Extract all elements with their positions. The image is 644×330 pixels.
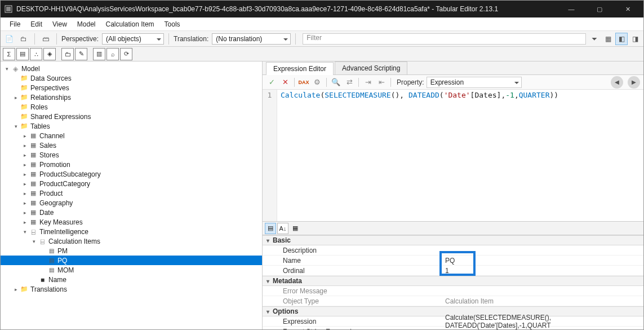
toggle-hidden-icon[interactable]: ▦ [602,33,614,45]
toggle-icon[interactable] [21,228,29,236]
tree-node-table[interactable]: ProductSubcategory [1,169,262,179]
tree-node-table-timeintelligence[interactable]: TimeIntelligence [1,227,262,236]
toggle-icon[interactable] [21,161,29,169]
tree-node-table[interactable]: Channel [1,131,262,140]
tree-node-table[interactable]: Geography [1,198,262,208]
toggle-icon[interactable] [21,199,29,207]
property-pages-icon[interactable]: ▦ [290,223,301,234]
prop-row-expression[interactable]: Expression Calculate(SELECTEDMEASURE(), … [263,316,643,327]
toggle-icon[interactable] [21,151,29,159]
accept-icon[interactable]: ✓ [266,77,277,88]
nav-back-icon[interactable]: ◄ [611,76,623,89]
tree-node-data-sources[interactable]: Data Sources [1,73,262,83]
cancel-icon[interactable]: ✕ [279,77,291,88]
hierarchies-icon[interactable]: ⛬ [30,48,42,60]
tree-node-table[interactable]: Stores [1,150,262,160]
replace-icon[interactable]: ⇄ [344,77,355,88]
toggle-icon[interactable] [21,218,29,226]
refresh-icon[interactable]: ⟳ [120,48,132,60]
toggle-icon[interactable] [21,209,29,217]
tree-node-shared-expressions[interactable]: Shared Expressions [1,112,262,121]
prop-value[interactable]: PQ [442,257,643,265]
open-button[interactable]: 🗀 [17,33,30,45]
display-folders-icon[interactable]: 🗀 [61,48,74,60]
filter2-icon[interactable]: ⌕ [106,48,119,60]
sort-icon[interactable]: ▥ [93,48,105,60]
tree-node-calc-item-pq[interactable]: PQ [1,256,262,265]
deploy-button[interactable]: 🗃 [39,33,52,45]
categorized-view-icon[interactable]: ▤ [265,223,276,234]
indent-icon[interactable]: ⇥ [362,77,374,88]
toggle-icon[interactable] [21,132,29,140]
tree-node-calc-item-mom[interactable]: MOM [1,265,262,275]
tab-expression-editor[interactable]: Expression Editor [266,62,334,75]
partitions-icon[interactable]: ◈ [43,48,56,60]
chevron-down-icon[interactable]: ▾ [263,237,273,244]
menu-file[interactable]: File [5,19,25,29]
tree-node-calculation-items[interactable]: Calculation Items [1,236,262,246]
menu-calculation-item[interactable]: Calculation Item [101,19,159,29]
toggle-panel-icon[interactable]: ◧ [615,33,628,45]
prop-value[interactable]: 1 [442,267,643,275]
tree-node-table[interactable]: Sales [1,140,262,150]
tree-node-model[interactable]: Model [1,64,262,73]
columns-icon[interactable]: ▤ [16,48,29,60]
find-icon[interactable]: 🔍 [330,77,341,88]
tree-node-name-column[interactable]: Name [1,275,262,284]
prop-category-metadata[interactable]: ▾ Metadata [263,276,643,286]
menu-edit[interactable]: Edit [26,19,47,29]
code-content[interactable]: Calculate(SELECTEDMEASURE(), DATEADD('Da… [277,90,562,221]
toggle-info-icon[interactable]: ◨ [629,33,641,45]
chevron-down-icon[interactable]: ▾ [263,309,273,315]
tree-node-calc-item-pm[interactable]: PM [1,246,262,256]
prop-row-ordinal[interactable]: Ordinal 1 [263,266,643,276]
tree-node-table[interactable]: Product [1,188,262,198]
menu-model[interactable]: Model [73,19,100,29]
tree-node-tables[interactable]: Tables [1,121,262,131]
filter-icon[interactable]: ⏷ [588,33,601,45]
toggle-icon[interactable] [30,237,38,245]
property-grid[interactable]: ▾ Basic Description Name PQ Ordinal 1 ▾ … [263,235,643,329]
close-button[interactable]: ✕ [615,1,640,17]
prop-row-name[interactable]: Name PQ [263,256,643,266]
autoformat-icon[interactable]: ⚙ [312,77,323,88]
model-tree[interactable]: Model Data Sources Perspectives Relation… [1,61,263,329]
perspective-combo[interactable]: (All objects) [102,33,164,45]
toggle-icon[interactable] [21,190,29,197]
toggle-icon[interactable] [12,94,20,102]
edit-icon[interactable]: ✎ [75,48,87,60]
outdent-icon[interactable]: ⇤ [376,77,387,88]
toggle-icon[interactable] [21,180,29,188]
translation-combo[interactable]: (No translation) [212,33,291,45]
toggle-icon[interactable] [21,142,29,149]
measures-icon[interactable]: Σ [3,48,15,60]
tree-node-table[interactable]: Date [1,208,262,217]
new-model-button[interactable]: 📄 [3,33,15,45]
toggle-icon[interactable] [12,122,20,130]
nav-forward-icon[interactable]: ► [628,76,640,89]
menu-tools[interactable]: Tools [160,19,185,29]
tree-node-roles[interactable]: Roles [1,102,262,112]
filter-input[interactable]: Filter [303,33,586,45]
prop-category-basic[interactable]: ▾ Basic [263,235,643,245]
tree-node-relationships[interactable]: Relationships [1,93,262,102]
chevron-down-icon[interactable]: ▾ [263,278,273,284]
toggle-icon[interactable] [3,65,11,73]
tree-node-translations[interactable]: Translations [1,284,262,294]
property-combo[interactable]: Expression [427,77,522,88]
menu-view[interactable]: View [48,19,72,29]
maximize-button[interactable]: ▢ [587,1,612,17]
tree-node-perspectives[interactable]: Perspectives [1,83,262,93]
tab-advanced-scripting[interactable]: Advanced Scripting [335,61,407,74]
prop-value[interactable]: Calculate(SELECTEDMEASURE(), DATEADD('Da… [442,314,643,329]
tree-node-table[interactable]: Key Measures [1,217,262,227]
dax-format-icon[interactable]: DAX [298,77,309,88]
tree-node-table[interactable]: ProductCategory [1,179,262,188]
alphabetical-view-icon[interactable]: A↓ [277,223,288,234]
prop-row-description[interactable]: Description [263,245,643,256]
minimize-button[interactable]: — [559,1,584,17]
tree-node-table[interactable]: Promotion [1,160,262,169]
toggle-icon[interactable] [12,285,20,293]
dax-editor[interactable]: 1 Calculate(SELECTEDMEASURE(), DATEADD('… [263,90,643,222]
toggle-icon[interactable] [21,170,29,178]
